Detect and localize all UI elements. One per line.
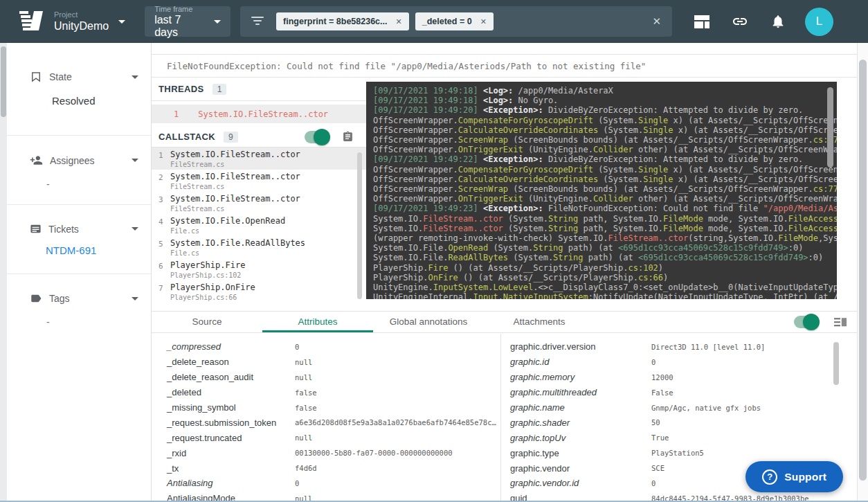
callstack-scrollbar-thumb[interactable] <box>357 152 362 299</box>
clipboard-icon[interactable] <box>342 130 354 143</box>
close-icon[interactable]: ✕ <box>396 17 402 26</box>
attribute-key: AntialiasingMode <box>167 493 295 501</box>
log-segment: DivideByZeroException: Attempted to divi… <box>548 105 803 115</box>
attribute-key: graphic.vendor.id <box>510 478 651 488</box>
log-segment: PlayerShip. <box>373 273 428 283</box>
debugger-content: THREADS 1 1 System.IO.FileStream..ctor C… <box>152 78 858 311</box>
link-icon[interactable] <box>732 13 748 30</box>
log-segment: NativeInputSystem <box>503 292 588 299</box>
assignees-section-header[interactable]: Assignees <box>30 154 138 167</box>
error-title: FileNotFoundException: Could not find fi… <box>167 61 646 71</box>
page-scrollbar <box>857 43 868 502</box>
log-segment: ) <box>663 273 668 283</box>
support-label: Support <box>784 471 826 483</box>
log-segment: path) (at <box>583 253 638 262</box>
timeframe-selector[interactable]: Time frame last 7 days <box>145 6 230 37</box>
tickets-section-header[interactable]: Tickets <box>30 223 138 235</box>
log-segment: OffScreenWrapper. <box>373 116 458 125</box>
thread-number: 1 <box>174 109 179 119</box>
project-selector[interactable]: Project UnityDemo <box>54 10 125 33</box>
log-segment: System.IO.File. <box>373 253 448 262</box>
callstack-toggle[interactable] <box>305 131 328 143</box>
tab-global-annotations[interactable]: Global annotations <box>373 312 484 332</box>
tags-section-header[interactable]: Tags <box>30 292 138 305</box>
attribute-key: graphic.shader <box>510 418 651 428</box>
attribute-row: graphic.driver.versionDirect3D 11.0 [lev… <box>510 339 858 355</box>
close-icon[interactable]: ✕ <box>480 17 487 26</box>
layout-density-icon[interactable] <box>834 316 847 328</box>
chevron-down-icon <box>118 20 125 24</box>
tab-source[interactable]: Source <box>152 312 262 332</box>
ticket-link[interactable]: NTDM-691 <box>46 244 138 256</box>
log-content: [09/17/2021 19:49:18] <Log>: /app0/Media… <box>373 86 837 299</box>
filter-chip-deleted[interactable]: _deleted = 0 ✕ <box>415 12 494 30</box>
log-segment: FileStream..ctor <box>608 233 689 243</box>
log-segment: OffScreenWrapper. <box>373 165 458 174</box>
log-segment: :NotifyUpdate(NativeInputUpdateType, Int… <box>588 292 837 299</box>
callstack-frame[interactable]: 6PlayerShip.FirePlayerShip.cs:102 <box>152 258 366 280</box>
attributes-scrollbar-thumb[interactable] <box>833 342 839 385</box>
log-segment: . <box>498 292 503 299</box>
callstack-frame[interactable]: 1System.IO.FileStream..ctorFileStream.cs <box>152 147 366 170</box>
avatar[interactable]: L <box>805 8 833 36</box>
attributes-toggle[interactable] <box>794 316 817 328</box>
log-panel[interactable]: [09/17/2021 19:49:18] <Log>: /app0/Media… <box>366 82 837 299</box>
callstack-frame[interactable]: 4System.IO.File.OpenReadFile.cs <box>152 214 366 236</box>
tab-attributes[interactable]: Attributes <box>262 312 373 332</box>
log-segment: OnTriggerExit <box>458 145 523 154</box>
bell-icon[interactable] <box>770 14 786 29</box>
attribute-value: 0 <box>295 479 299 487</box>
log-segment: ScreenWrap <box>458 135 508 145</box>
log-segment: FileMode <box>663 214 703 224</box>
frame-file: File.cs <box>170 249 305 257</box>
callstack-frame[interactable]: 5System.IO.File.ReadAllBytesFile.cs <box>152 236 366 258</box>
log-scrollbar-thumb[interactable] <box>827 87 833 168</box>
chevron-down-icon <box>132 227 138 231</box>
log-segment: x) (at Assets/__Scripts/OffScreenW <box>668 165 837 174</box>
attribute-value: f4d6d <box>295 464 317 472</box>
clear-filters-close-icon[interactable]: ✕ <box>652 15 661 28</box>
attribute-key: guid <box>510 493 651 501</box>
frame-number: 7 <box>159 283 170 301</box>
frame-file: FileStream.cs <box>170 183 300 190</box>
attribute-key: graphic.driver.version <box>510 341 651 352</box>
callstack-frame[interactable]: 3System.IO.FileStream..ctorFileStream.cs <box>152 192 366 214</box>
attribute-key: _request.truncated <box>167 433 295 443</box>
frame-number: 4 <box>159 217 170 234</box>
log-line: System.IO.File.OpenRead (System.String p… <box>373 243 837 253</box>
attribute-value: 00130000-5b80-fa07-0000-000000000000 <box>295 449 453 457</box>
chevron-down-icon <box>214 20 221 24</box>
log-segment: System.IO. <box>373 224 423 233</box>
sidebar-section-tickets: Tickets NTDM-691 <box>7 205 151 274</box>
support-button[interactable]: ? Support <box>745 461 843 492</box>
topbar: Project UnityDemo Time frame last 7 days… <box>0 0 868 43</box>
log-segment: .<>c__DisplayClass7_0:<set_onUpdate>b__0… <box>533 283 837 292</box>
frame-body: System.IO.FileStream..ctorFileStream.cs <box>170 150 300 168</box>
tab-attachments[interactable]: Attachments <box>484 312 595 332</box>
log-segment: /app0/Media/AsteraX <box>518 86 613 96</box>
log-segment: OffScreenWrapper. <box>373 135 458 145</box>
chevron-down-icon <box>132 159 138 162</box>
frame-function: System.IO.FileStream..ctor <box>170 150 300 159</box>
attribute-value: Gnmp/Agc, native gfx jobs <box>651 404 761 412</box>
callstack-frame[interactable]: 2System.IO.FileStream..ctorFileStream.cs <box>152 170 366 192</box>
log-segment: x) (at Assets/__Scripts/OffScreen <box>673 125 837 135</box>
filter-bar[interactable]: fingerprint = 8be58236c... ✕ _deleted = … <box>240 6 672 37</box>
callstack-count-badge: 9 <box>224 132 238 143</box>
log-segment: Single <box>643 125 673 135</box>
log-line: PlayerShip.OnFire () (at Assets/__Script… <box>373 273 837 283</box>
project-value: UnityDemo <box>54 20 109 33</box>
thread-row[interactable]: 1 System.IO.FileStream..ctor <box>152 105 366 123</box>
dashboard-icon[interactable] <box>694 15 709 28</box>
callstack-frame[interactable]: 7PlayerShip.OnFirePlayerShip.cs:66 <box>152 280 366 303</box>
log-segment: [09/17/2021 19:49:20] <box>373 105 483 115</box>
left-scrollbar-thumb[interactable] <box>1 46 6 117</box>
log-line: OffScreenWrapper.CalculateOverrideCoordi… <box>373 174 837 184</box>
state-label: State <box>49 71 72 82</box>
frame-body: PlayerShip.OnFirePlayerShip.cs:66 <box>170 283 255 301</box>
filter-chip-fingerprint[interactable]: fingerprint = 8be58236c... ✕ <box>276 12 409 30</box>
page-scrollbar-thumb[interactable] <box>859 60 867 481</box>
log-segment: FileAccess <box>788 224 837 233</box>
sidebar-section-assignees: Assignees - <box>7 136 151 205</box>
state-section-header[interactable]: State <box>30 71 138 83</box>
